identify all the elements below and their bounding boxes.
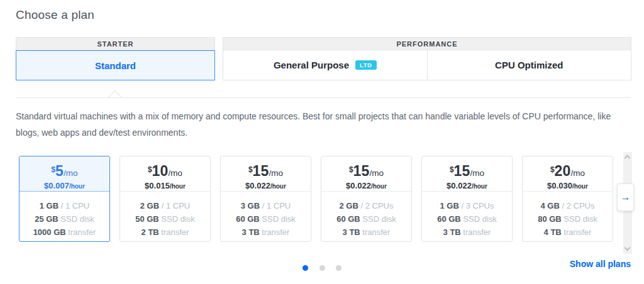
ltd-badge: LTD (355, 60, 377, 70)
plan-specs: 1 GB / 3 CPUs 60 GB SSD disk 3 TB transf… (422, 192, 512, 239)
pagination-dot[interactable] (336, 265, 341, 271)
per-month-label: /mo (269, 168, 284, 178)
spec-disk-label: SSD disk (463, 214, 496, 224)
price-amount: 15 (353, 163, 370, 179)
hourly-price: $0.007 (44, 181, 69, 190)
spec-transfer: 3 TB (443, 227, 461, 237)
per-month-label: /mo (571, 168, 586, 178)
per-hour-label: /hour (170, 183, 186, 190)
spec-transfer: 4 TB (544, 227, 562, 237)
spec-ram: 3 GB (241, 201, 260, 210)
tab-cpu-optimized-label: CPU Optimized (495, 60, 563, 70)
hourly-price: $0.022 (447, 181, 472, 190)
section-divider (16, 97, 631, 98)
price-amount: 10 (152, 163, 169, 179)
currency-symbol: $ (349, 165, 353, 174)
spec-disk: 50 GB (135, 214, 159, 224)
spec-ram: 2 GB (140, 201, 159, 210)
plan-price: $15/mo $0.022/hour (422, 156, 512, 192)
spec-transfer: 2 TB (142, 227, 159, 237)
spec-cpu: / 3 CPUs (461, 201, 494, 210)
plan-category-tabs: STARTER Standard PERFORMANCE General Pur… (16, 37, 631, 80)
plan-card[interactable]: $10/mo $0.015/hour 2 GB / 1 CPU 50 GB SS… (119, 156, 211, 242)
currency-symbol: $ (148, 165, 152, 174)
spec-disk: 60 GB (437, 214, 461, 224)
currency-symbol: $ (450, 165, 454, 174)
price-amount: 20 (555, 163, 571, 179)
spec-disk-label: SSD disk (564, 214, 597, 224)
next-plans-button[interactable]: → (617, 183, 634, 211)
plan-price: $15/mo $0.022/hour (221, 156, 311, 192)
currency-symbol: $ (550, 165, 555, 174)
plan-specs: 4 GB / 2 CPUs 80 GB SSD disk 4 TB transf… (523, 192, 613, 239)
price-amount: 15 (454, 163, 470, 179)
plan-description: Standard virtual machines with a mix of … (16, 108, 631, 141)
plan-price: $15/mo $0.022/hour (321, 156, 411, 192)
starter-group-header: STARTER (16, 37, 215, 50)
plan-card[interactable]: $5/mo $0.007/hour 1 GB / 1 CPU 25 GB SSD… (19, 156, 110, 242)
tab-standard-label: Standard (95, 60, 136, 71)
plan-card[interactable]: $15/mo $0.022/hour 1 GB / 3 CPUs 60 GB S… (421, 156, 513, 242)
tab-general-purpose-label: General Purpose (274, 60, 349, 70)
spec-cpu: / 2 CPUs (562, 201, 594, 210)
plan-card[interactable]: $15/mo $0.022/hour 2 GB / 2 CPUs 60 GB S… (321, 156, 412, 242)
spec-cpu: / 1 CPU (262, 201, 291, 210)
plan-specs: 3 GB / 1 CPU 60 GB SSD disk 3 TB transfe… (221, 192, 311, 239)
plan-card[interactable]: $15/mo $0.022/hour 3 GB / 1 CPU 60 GB SS… (220, 156, 311, 242)
tab-standard[interactable]: Standard (16, 50, 215, 80)
spec-transfer-label: transfer (564, 227, 591, 237)
plan-specs: 1 GB / 1 CPU 25 GB SSD disk 1000 GB tran… (19, 192, 109, 239)
spec-cpu: / 1 CPU (162, 201, 191, 210)
hourly-price: $0.022 (346, 181, 371, 190)
spec-disk: 80 GB (538, 214, 562, 224)
per-hour-label: /hour (472, 183, 487, 190)
spec-cpu: / 2 CPUs (360, 201, 393, 210)
currency-symbol: $ (248, 165, 253, 174)
scroll-down-icon[interactable] (625, 245, 631, 251)
spec-disk-label: SSD disk (60, 214, 94, 224)
hourly-price: $0.030 (547, 181, 572, 190)
spec-disk-label: SSD disk (362, 214, 396, 224)
plan-specs: 2 GB / 2 CPUs 60 GB SSD disk 3 TB transf… (321, 192, 411, 239)
price-amount: 15 (253, 163, 269, 179)
per-month-label: /mo (370, 168, 384, 178)
spec-transfer: 1000 GB (33, 227, 66, 237)
hourly-price: $0.022 (245, 181, 270, 190)
price-amount: 5 (55, 163, 64, 179)
per-hour-label: /hour (371, 183, 387, 190)
spec-transfer-label: transfer (161, 227, 189, 237)
plan-specs: 2 GB / 1 CPU 50 GB SSD disk 2 TB transfe… (120, 192, 210, 239)
spec-disk: 60 GB (336, 214, 360, 224)
spec-transfer-label: transfer (262, 227, 289, 237)
spec-transfer-label: transfer (68, 227, 96, 237)
plan-price: $5/mo $0.007/hour (19, 156, 109, 192)
spec-transfer-label: transfer (463, 227, 491, 237)
plan-price: $20/mo $0.030/hour (523, 156, 613, 192)
pagination-dot[interactable] (303, 265, 308, 271)
spec-ram: 2 GB (340, 201, 358, 210)
spec-disk: 25 GB (35, 214, 58, 224)
starter-group: STARTER Standard (16, 37, 215, 80)
per-hour-label: /hour (69, 183, 85, 190)
spec-ram: 1 GB (440, 201, 459, 210)
tab-general-purpose[interactable]: General Purpose LTD (223, 50, 428, 80)
per-hour-label: /hour (270, 183, 286, 190)
plan-cards-row: $5/mo $0.007/hour 1 GB / 1 CPU 25 GB SSD… (19, 156, 613, 242)
next-arrow-icon: → (621, 192, 631, 203)
per-month-label: /mo (169, 168, 183, 178)
carousel-pagination (0, 262, 644, 273)
spec-ram: 4 GB (541, 201, 560, 210)
pagination-dot[interactable] (319, 265, 325, 271)
spec-transfer: 3 TB (242, 227, 260, 237)
plan-card[interactable]: $20/mo $0.030/hour 4 GB / 2 CPUs 80 GB S… (522, 156, 613, 242)
per-hour-label: /hour (572, 183, 588, 190)
hourly-price: $0.015 (145, 181, 170, 190)
show-all-plans-link[interactable]: Show all plans (570, 259, 631, 269)
per-month-label: /mo (64, 168, 78, 178)
spec-ram: 1 GB (40, 201, 58, 210)
tab-cpu-optimized[interactable]: CPU Optimized (428, 50, 632, 80)
scroll-up-icon[interactable] (625, 155, 631, 161)
spec-disk-label: SSD disk (262, 214, 295, 224)
spec-transfer-label: transfer (362, 227, 390, 237)
per-month-label: /mo (470, 168, 485, 178)
